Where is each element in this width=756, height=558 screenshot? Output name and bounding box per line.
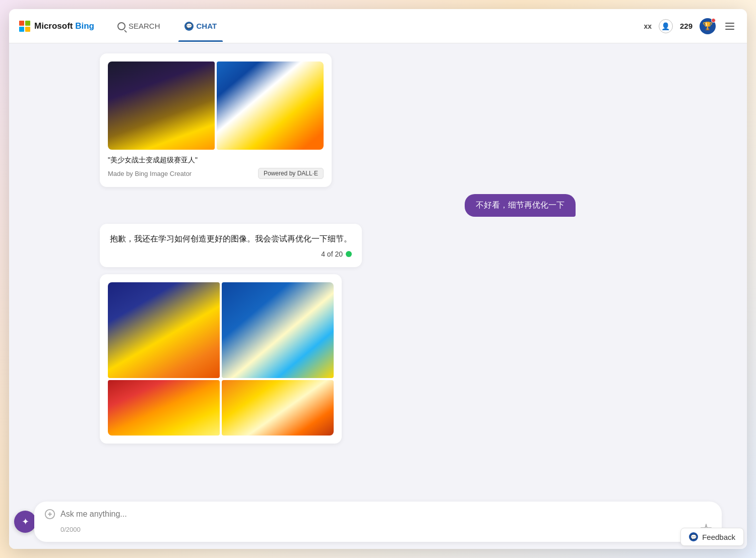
score-text: 229 xyxy=(680,22,692,30)
generated-image-2[interactable] xyxy=(217,61,324,150)
generated-image-6[interactable] xyxy=(222,380,334,436)
char-count: 0/2000 xyxy=(60,526,81,533)
header-xx-text: xx xyxy=(644,22,652,30)
notification-dot xyxy=(711,18,716,23)
feedback-label: Feedback xyxy=(702,533,735,541)
nav-search[interactable]: SEARCH xyxy=(111,18,166,34)
menu-line-1 xyxy=(725,23,734,24)
image-card-2 xyxy=(100,274,342,444)
counter-text: 4 of 20 xyxy=(321,250,343,258)
dall-e-badge: Powered by DALL·E xyxy=(258,168,324,179)
made-by-text: Made by Bing Image Creator xyxy=(108,170,192,177)
nav-chat[interactable]: 💬 CHAT xyxy=(178,18,223,35)
image-grid-2 xyxy=(108,282,334,436)
feedback-button[interactable]: 💬 Feedback xyxy=(680,528,744,546)
input-bottom: 0/2000 xyxy=(44,524,712,535)
generated-image-1[interactable] xyxy=(108,61,215,150)
input-container: 0/2000 xyxy=(34,502,722,542)
header: Microsoft Bing SEARCH 💬 CHAT xx 👤 229 🏆 xyxy=(9,9,747,43)
chat-nav-icon: 💬 xyxy=(184,22,194,31)
counter-dot xyxy=(346,251,352,257)
menu-button[interactable] xyxy=(723,19,737,33)
user-message-text: 不好看，细节再优化一下 xyxy=(476,201,564,209)
nav-search-label: SEARCH xyxy=(129,22,160,30)
bot-message-text: 抱歉，我还在学习如何创造更好的图像。我会尝试再优化一下细节。 xyxy=(110,233,352,245)
user-message-bubble: 不好看，细节再优化一下 xyxy=(465,194,576,217)
menu-line-2 xyxy=(725,26,734,27)
feedback-chat-icon: 💬 xyxy=(689,532,698,541)
main-window: Microsoft Bing SEARCH 💬 CHAT xx 👤 229 🏆 xyxy=(9,9,747,549)
nav-chat-label: CHAT xyxy=(197,22,217,30)
generated-image-4[interactable] xyxy=(222,282,334,378)
image-caption: "美少女战士变成超级赛亚人" xyxy=(108,156,324,165)
chat-input[interactable] xyxy=(60,510,712,519)
menu-line-3 xyxy=(725,29,734,30)
search-icon xyxy=(117,22,125,30)
input-area: ✦ 0/2000 xyxy=(9,497,747,549)
bing-fab-button[interactable]: ✦ xyxy=(14,511,36,533)
generated-image-3[interactable] xyxy=(108,282,220,378)
card-footer: Made by Bing Image Creator Powered by DA… xyxy=(108,168,324,179)
image-card-1: "美少女战士变成超级赛亚人" Made by Bing Image Creato… xyxy=(100,53,332,187)
input-top xyxy=(44,509,712,520)
chat-area: "美少女战士变成超级赛亚人" Made by Bing Image Creato… xyxy=(9,43,747,497)
microsoft-logo-icon xyxy=(19,21,30,32)
generated-image-5[interactable] xyxy=(108,380,220,436)
bot-message-bubble: 抱歉，我还在学习如何创造更好的图像。我会尝试再优化一下细节。 4 of 20 xyxy=(100,224,362,267)
user-icon[interactable]: 👤 xyxy=(659,19,673,33)
trophy-button[interactable]: 🏆 xyxy=(700,18,716,34)
spark-icon xyxy=(44,509,55,520)
logo[interactable]: Microsoft Bing xyxy=(19,21,94,32)
logo-text: Microsoft Bing xyxy=(34,21,94,31)
message-counter: 4 of 20 xyxy=(110,250,352,258)
header-right: xx 👤 229 🏆 xyxy=(644,18,737,34)
image-grid-1 xyxy=(108,61,324,150)
